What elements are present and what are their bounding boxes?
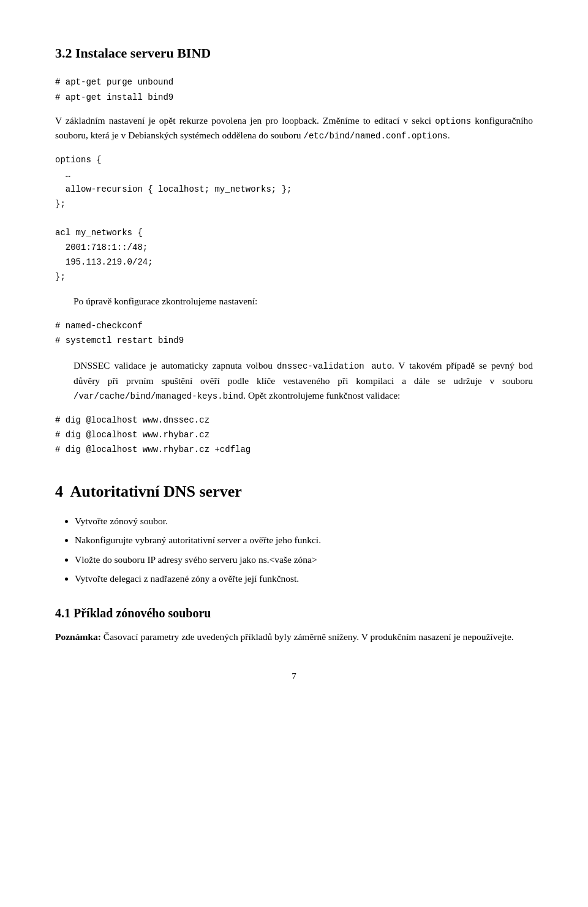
page-number: 7 xyxy=(55,669,533,683)
code-block-options: options { … allow-recursion { localhost;… xyxy=(55,153,533,284)
section-3-2-intro: # apt-get purge unbound # apt-get instal… xyxy=(55,74,533,105)
section-4-1-heading: 4.1 Příklad zónového souboru xyxy=(55,604,533,622)
apt-purge-cmd: # apt-get purge unbound xyxy=(55,77,173,87)
section-4-1-num: 4.1 xyxy=(55,606,70,620)
section-4-1-title: Příklad zónového souboru xyxy=(74,606,211,620)
section-3-2-title: Instalace serveru BIND xyxy=(75,45,211,61)
note-paragraph: Poznámka: Časovací parametry zde uvedený… xyxy=(55,630,533,645)
section-3-2-num: 3.2 xyxy=(55,45,72,61)
note-text: Časovací parametry zde uvedených příklad… xyxy=(101,631,514,642)
apt-install-cmd: # apt-get install bind9 xyxy=(55,92,173,102)
code-block-checkconf: # named-checkconf # systemctl restart bi… xyxy=(55,319,533,348)
section-4-num: 4 xyxy=(55,483,63,500)
para-check-config: Po úpravě konfigurace zkontrolujeme nast… xyxy=(74,294,533,309)
named-conf-path: /etc/bind/named.conf.options xyxy=(303,131,447,141)
section-4-heading: 4 Autoritativní DNS server xyxy=(55,480,533,503)
bullet-2: Nakonfigurujte vybraný autoritativní ser… xyxy=(75,532,533,548)
section-4-bullets: Vytvořte zónový soubor. Nakonfigurujte v… xyxy=(75,513,533,587)
dnssec-validation-inline: dnssec-validation auto xyxy=(277,361,392,371)
options-inline: options xyxy=(435,116,471,126)
code-block-dig: # dig @localhost www.dnssec.cz # dig @lo… xyxy=(55,413,533,457)
managed-keys-path: /var/cache/bind/managed-keys.bind xyxy=(74,391,243,401)
note-bold-label: Poznámka: xyxy=(55,631,101,642)
bullet-3: Vložte do souboru IP adresy svého server… xyxy=(75,552,533,568)
section-3-2-para1: V základním nastavení je opět rekurze po… xyxy=(55,113,533,144)
section-4-title: Autoritativní DNS server xyxy=(70,483,242,500)
section-3-2-heading: 3.2 Instalace serveru BIND xyxy=(55,43,533,63)
para-dnssec: DNSSEC validace je automaticky zapnuta v… xyxy=(74,358,533,404)
bullet-1: Vytvořte zónový soubor. xyxy=(75,513,533,529)
bullet-4: Vytvořte delegaci z nadřazené zóny a ově… xyxy=(75,571,533,587)
